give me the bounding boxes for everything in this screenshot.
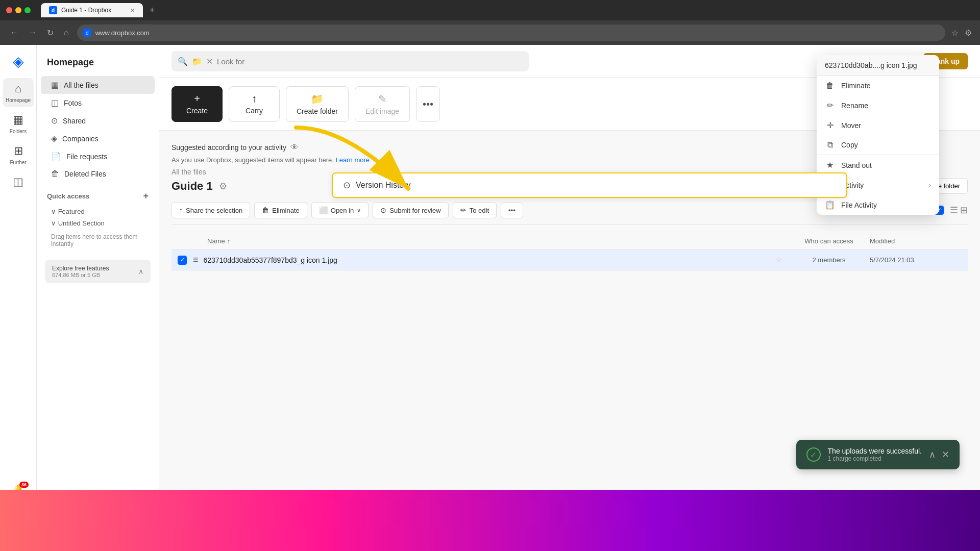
file-access: 2 members bbox=[788, 256, 870, 264]
nav-all-files[interactable]: ▦ All the files bbox=[41, 76, 155, 94]
search-input-wrapper[interactable]: 🔍 📁 ✕ bbox=[172, 51, 529, 71]
tab-favicon: d bbox=[49, 6, 57, 14]
nav-back-button[interactable]: ← bbox=[8, 26, 20, 39]
quick-access-section: Quick access + bbox=[37, 191, 159, 202]
copy-menu-label: Copy bbox=[841, 141, 931, 149]
featured-item[interactable]: ∨ Featured bbox=[47, 206, 149, 217]
folder-filter-icon: 📁 bbox=[192, 57, 202, 66]
eliminate-menu-label: Eliminate bbox=[841, 82, 931, 90]
more-icon: ••• bbox=[423, 98, 433, 110]
create-folder-button[interactable]: 📁 Create folder bbox=[286, 86, 349, 122]
sidebar-folders-item[interactable]: ▦ Folders bbox=[3, 109, 34, 138]
submit-review-button[interactable]: ⊙ Submit for review bbox=[373, 202, 448, 218]
quick-access-add-icon[interactable]: + bbox=[143, 191, 149, 202]
folder-settings-icon[interactable]: ⚙ bbox=[219, 181, 227, 192]
rename-menu-label: Rename bbox=[841, 102, 931, 110]
nav-deleted-files[interactable]: 🗑 Deleted Files bbox=[41, 165, 155, 183]
all-files-icon: ▦ bbox=[51, 80, 59, 90]
edit-button[interactable]: ✏ To edit bbox=[453, 202, 497, 218]
promo-chevron-icon[interactable]: ∧ bbox=[138, 267, 143, 276]
submit-icon: ⊙ bbox=[380, 206, 386, 214]
eye-icon[interactable]: 👁 bbox=[290, 143, 299, 152]
shared-label: Shared bbox=[63, 117, 86, 125]
nav-forward-button[interactable]: → bbox=[27, 26, 39, 39]
nav-fotos[interactable]: ◫ Fotos bbox=[41, 94, 155, 112]
toolbar-more-button[interactable]: ••• bbox=[416, 86, 440, 122]
untitled-section-item[interactable]: ∨ Untitled Section bbox=[47, 217, 149, 229]
edit-image-button[interactable]: ✎ Edit image bbox=[355, 86, 410, 122]
nav-refresh-button[interactable]: ↻ bbox=[45, 26, 56, 40]
file-star-icon[interactable]: ☆ bbox=[775, 255, 782, 265]
address-url: www.dropbox.com bbox=[95, 29, 150, 37]
icon-sidebar: ◈ ⌂ Homepage ▦ Folders ⊞ Further ◫ 🔔 36 … bbox=[0, 45, 37, 551]
context-menu-mover[interactable]: ✛ Mover bbox=[817, 115, 939, 135]
open-in-chevron-icon: ∨ bbox=[357, 207, 361, 214]
open-in-icon: ⬜ bbox=[319, 206, 328, 214]
new-tab-button[interactable]: + bbox=[145, 3, 159, 17]
file-activity-menu-icon: 📋 bbox=[825, 200, 835, 210]
open-in-button[interactable]: ⬜ Open in ∨ bbox=[311, 202, 369, 218]
sidebar-further-item[interactable]: ⊞ Further bbox=[3, 140, 34, 169]
version-history-label: Version History bbox=[356, 181, 411, 190]
context-menu-rename[interactable]: ✏ Rename bbox=[817, 95, 939, 115]
nav-file-requests[interactable]: 📄 File requests bbox=[41, 147, 155, 165]
edit-icon: ✏ bbox=[460, 206, 467, 214]
list-view-icon[interactable]: ☰ bbox=[950, 205, 958, 216]
browser-navbar: ← → ↻ ⌂ d www.dropbox.com ☆ ⚙ bbox=[0, 20, 980, 45]
file-modified: 5/7/2024 21:03 bbox=[870, 256, 962, 264]
share-selection-button[interactable]: ↑ Share the selection bbox=[172, 202, 250, 218]
carry-button[interactable]: ↑ Carry bbox=[229, 86, 280, 122]
nav-companies[interactable]: ◈ Companies bbox=[41, 130, 155, 147]
context-menu-header: 623710dd30ab....g icon 1.jpg bbox=[817, 55, 939, 76]
toast-notification: ✓ The uploads were successful. 1 charge … bbox=[796, 440, 960, 469]
tab-close-icon[interactable]: ✕ bbox=[130, 7, 135, 14]
search-clear-icon[interactable]: ✕ bbox=[206, 57, 213, 66]
version-history-highlight[interactable]: ⊙ Version History bbox=[332, 172, 847, 198]
promo-title: Explore free features bbox=[52, 265, 109, 272]
extensions-icon[interactable]: ⚙ bbox=[965, 28, 972, 38]
maximize-button[interactable] bbox=[24, 7, 31, 13]
promo-banner[interactable]: Explore free features 674.86 MB or 5 GB … bbox=[45, 260, 151, 283]
create-button[interactable]: + Create bbox=[172, 86, 223, 122]
file-checkbox[interactable]: ✓ bbox=[178, 256, 187, 265]
address-bar[interactable]: d www.dropbox.com bbox=[77, 24, 945, 41]
file-type-icon: ≡ bbox=[193, 255, 199, 265]
notification-count: 36 bbox=[19, 482, 29, 488]
toast-title: The uploads were successful. bbox=[828, 447, 922, 455]
nav-home-button[interactable]: ⌂ bbox=[62, 26, 71, 39]
toast-collapse-icon[interactable]: ∧ bbox=[929, 449, 936, 460]
file-requests-icon: 📄 bbox=[51, 152, 61, 161]
site-favicon: d bbox=[83, 29, 91, 37]
edit-image-label: Edit image bbox=[365, 107, 399, 115]
quick-access-header[interactable]: Quick access + bbox=[47, 191, 149, 202]
close-button[interactable] bbox=[6, 7, 12, 13]
learn-more-link[interactable]: Learn more bbox=[336, 156, 370, 164]
home-label: Homepage bbox=[6, 97, 31, 103]
browser-tab-active[interactable]: d Guide 1 - Dropbox ✕ bbox=[41, 3, 143, 17]
search-input[interactable] bbox=[217, 57, 523, 66]
more-actions-button[interactable]: ••• bbox=[501, 203, 523, 218]
context-menu-copy[interactable]: ⧉ Copy bbox=[817, 135, 939, 155]
sidebar-home-item[interactable]: ⌂ Homepage bbox=[3, 78, 34, 107]
browser-titlebar: d Guide 1 - Dropbox ✕ + bbox=[0, 0, 980, 20]
share-label: Share the selection bbox=[186, 207, 242, 214]
mover-menu-label: Mover bbox=[841, 121, 931, 130]
table-row[interactable]: ✓ ≡ 623710dd30ab55377f897bd3_g icon 1.jp… bbox=[172, 249, 968, 271]
bookmark-icon[interactable]: ☆ bbox=[951, 28, 959, 38]
file-activity-menu-label: File Activity bbox=[841, 201, 931, 209]
folders-label: Folders bbox=[10, 129, 27, 134]
col-name-header[interactable]: Name ↑ bbox=[207, 237, 788, 245]
nav-right-icons: ☆ ⚙ bbox=[951, 28, 972, 38]
eliminate-label: Eliminate bbox=[272, 207, 299, 214]
folder-title: Guide 1 bbox=[172, 180, 213, 193]
copy-menu-icon: ⧉ bbox=[825, 140, 835, 149]
sidebar-toggle-item[interactable]: ◫ bbox=[3, 171, 34, 193]
nav-shared[interactable]: ⊙ Shared bbox=[41, 112, 155, 130]
toast-close-icon[interactable]: ✕ bbox=[942, 449, 949, 460]
context-menu-eliminate[interactable]: 🗑 Eliminate bbox=[817, 76, 939, 95]
quick-access-label: Quick access bbox=[47, 192, 89, 200]
grid-view-icon[interactable]: ⊞ bbox=[960, 205, 968, 216]
eliminate-button[interactable]: 🗑 Eliminate bbox=[254, 202, 307, 218]
minimize-button[interactable] bbox=[15, 7, 21, 13]
toast-text: The uploads were successful. 1 charge co… bbox=[828, 447, 922, 462]
